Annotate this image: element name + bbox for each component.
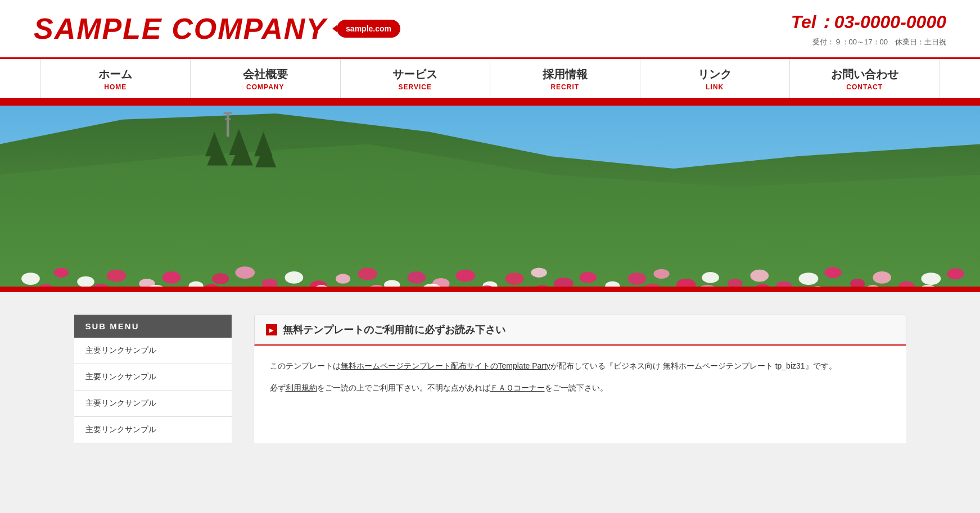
svg-point-43 xyxy=(799,273,819,285)
svg-point-27 xyxy=(407,271,426,284)
sidebar-link-2[interactable]: 主要リンクサンプル xyxy=(74,364,232,391)
svg-point-48 xyxy=(921,273,941,285)
svg-point-15 xyxy=(107,270,127,282)
svg-point-12 xyxy=(21,273,40,285)
nav-item-company[interactable]: 会社概要COMPANY xyxy=(191,59,341,98)
hero-wrapper xyxy=(0,100,980,292)
nav-item-en-label: RECRIT xyxy=(550,83,579,91)
body-paragraph-2: 必ず利用規約をご一読の上でご利用下さい。不明な点があればＦＡＱコーナーをご一読下… xyxy=(270,381,891,395)
business-hours: 受付：９：00～17：00 休業日：土日祝 xyxy=(791,37,946,47)
contact-info: Tel：03-0000-0000 受付：９：00～17：00 休業日：土日祝 xyxy=(791,10,946,47)
svg-point-19 xyxy=(212,273,229,284)
svg-point-25 xyxy=(358,267,377,280)
svg-point-49 xyxy=(947,269,964,280)
page-header: SAMPLE COMPANY sample.com Tel：03-0000-00… xyxy=(0,0,980,59)
nav-item-ja-label: サービス xyxy=(392,67,437,82)
sidebar-link-1[interactable]: 主要リンクサンプル xyxy=(74,338,232,364)
nav-item-ja-label: ホーム xyxy=(98,67,132,82)
svg-point-39 xyxy=(702,272,719,283)
main-content: 無料テンプレートのご利用前に必ずお読み下さい このテンプレートは無料ホームページ… xyxy=(254,315,906,443)
svg-rect-10 xyxy=(224,112,232,114)
svg-rect-9 xyxy=(227,112,229,137)
template-party-link[interactable]: 無料ホームページテンプレート配布サイトのTemplate Party xyxy=(341,361,550,370)
content-area: SUB MENU 主要リンクサンプル主要リンクサンプル主要リンクサンプル主要リン… xyxy=(40,292,940,466)
svg-point-41 xyxy=(750,270,769,282)
svg-point-22 xyxy=(285,271,304,284)
nav-item-en-label: LINK xyxy=(706,83,724,91)
nav-item-contact[interactable]: お問い合わせCONTACT xyxy=(790,59,940,98)
main-nav: ホームHOME会社概要COMPANYサービスSERVICE採用情報RECRITリ… xyxy=(0,59,980,100)
svg-point-13 xyxy=(54,267,69,277)
svg-point-34 xyxy=(580,272,597,283)
notice-header: 無料テンプレートのご利用前に必ずお読み下さい xyxy=(254,315,906,346)
nav-item-ja-label: 会社概要 xyxy=(243,67,288,82)
nav-item-en-label: HOME xyxy=(104,83,127,91)
logo-area: SAMPLE COMPANY sample.com xyxy=(34,12,400,46)
svg-point-44 xyxy=(824,267,842,278)
notice-title: 無料テンプレートのご利用前に必ずお読み下さい xyxy=(283,323,505,337)
nav-item-en-label: CONTACT xyxy=(846,83,883,91)
terms-link[interactable]: 利用規約 xyxy=(286,383,317,392)
svg-point-46 xyxy=(873,271,891,284)
logo-bubble[interactable]: sample.com xyxy=(337,20,400,38)
nav-item-en-label: COMPANY xyxy=(246,83,284,91)
svg-point-32 xyxy=(531,267,547,277)
nav-item-ja-label: リンク xyxy=(698,67,731,82)
svg-point-37 xyxy=(653,269,669,279)
svg-rect-11 xyxy=(225,119,231,120)
notice-icon xyxy=(266,324,277,335)
svg-point-29 xyxy=(455,270,475,282)
nav-item-recrit[interactable]: 採用情報RECRIT xyxy=(490,59,640,98)
svg-point-17 xyxy=(162,271,181,284)
nav-item-home[interactable]: ホームHOME xyxy=(40,59,191,98)
svg-point-24 xyxy=(336,274,350,283)
nav-item-ja-label: 採用情報 xyxy=(543,67,588,82)
main-body-text: このテンプレートは無料ホームページテンプレート配布サイトのTemplate Pa… xyxy=(254,346,906,416)
nav-item-service[interactable]: サービスSERVICE xyxy=(341,59,491,98)
hero-bottom-bar xyxy=(0,289,980,292)
nav-inner: ホームHOME会社概要COMPANYサービスSERVICE採用情報RECRITリ… xyxy=(40,59,940,98)
sidebar-links: 主要リンクサンプル主要リンクサンプル主要リンクサンプル主要リンクサンプル xyxy=(74,338,232,443)
nav-item-en-label: SERVICE xyxy=(399,83,432,91)
sidebar-link-4[interactable]: 主要リンクサンプル xyxy=(74,417,232,443)
sidebar-link-3[interactable]: 主要リンクサンプル xyxy=(74,391,232,417)
svg-point-20 xyxy=(235,266,255,279)
sub-menu-header: SUB MENU xyxy=(74,315,232,338)
nav-item-link[interactable]: リンクLINK xyxy=(640,59,791,98)
nav-item-ja-label: お問い合わせ xyxy=(831,67,898,82)
tel-number: Tel：03-0000-0000 xyxy=(791,10,946,35)
faq-link[interactable]: ＦＡＱコーナー xyxy=(490,383,545,392)
sidebar: SUB MENU 主要リンクサンプル主要リンクサンプル主要リンクサンプル主要リン… xyxy=(74,315,232,443)
logo-text[interactable]: SAMPLE COMPANY xyxy=(34,12,327,46)
body-paragraph-1: このテンプレートは無料ホームページテンプレート配布サイトのTemplate Pa… xyxy=(270,359,891,373)
svg-point-36 xyxy=(628,273,647,285)
svg-point-31 xyxy=(505,273,524,285)
hero-image xyxy=(0,103,980,289)
